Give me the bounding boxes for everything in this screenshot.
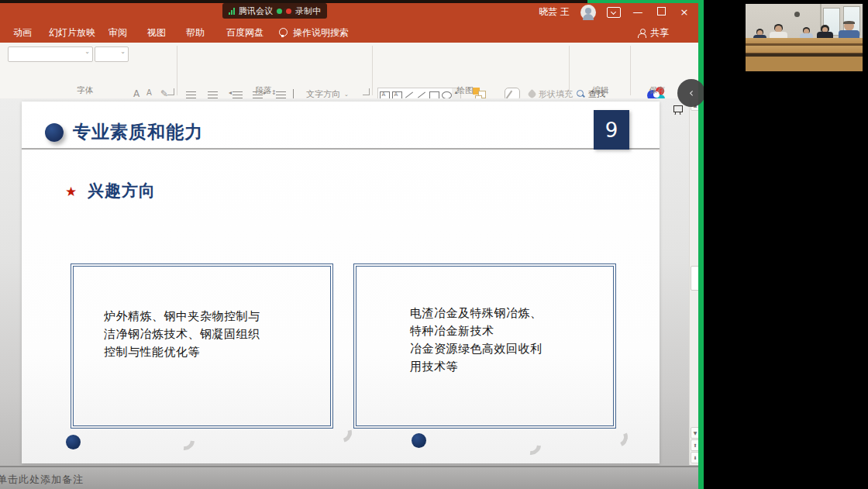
tab-review[interactable]: 审阅 [108,26,127,40]
bullets-button[interactable] [186,91,196,98]
editing-area: 专业素质和能力 9 ★ 兴趣方向 炉外精炼、钢中夹杂物控制与 洁净钢冶炼技术、钢… [0,98,698,489]
tab-help[interactable]: 帮助 [186,26,205,40]
person-icon [638,29,646,37]
paragraph-group-label: 段落 [225,85,302,96]
ribbon-display-options-icon[interactable] [607,7,621,18]
content-box-left-text[interactable]: 炉外精炼、钢中夹杂物控制与 洁净钢冶炼技术、钢凝固组织 控制与性能优化等 [104,308,260,361]
lightbulb-icon [279,28,288,36]
notes-pane[interactable]: 单击此处添加备注 [0,466,698,489]
ribbon: A A ✎ B I U S abc AV Aa ✏ A 字体 ◂ ▸ ↕ 文字方… [0,43,698,99]
share-border-right [698,0,704,489]
ribbon-tab-bar: 动画 幻灯片放映 审阅 视图 帮助 百度网盘 操作说明搜索 共享 [0,21,698,43]
notes-placeholder[interactable]: 单击此处添加备注 [0,473,84,487]
desk-row [746,38,863,44]
meeting-video-panel [704,0,868,489]
front-desk [746,53,863,71]
title-bullet-dot [45,123,64,142]
decorative-crescent [517,431,546,460]
slide-subtitle[interactable]: 兴趣方向 [88,180,156,201]
audio-status-icon [277,9,282,14]
font-name-combo[interactable] [8,46,93,62]
network-signal-icon [229,8,235,15]
star-bullet-icon: ★ [65,184,77,199]
page-number-badge[interactable]: 9 [594,110,629,150]
grow-font-button[interactable]: A [133,88,140,99]
save-group-label: 保存 [634,85,680,96]
share-border-top [587,0,704,3]
numbering-button[interactable] [208,91,218,98]
title-bar: PowerPoint 腾讯会议 录制中 晓芸 王 — × [0,3,698,21]
share-button[interactable]: 共享 [638,26,669,40]
tab-animations[interactable]: 动画 [13,26,32,40]
decorative-crescent [170,426,199,455]
editing-group-label: 编辑 [570,85,632,96]
meeting-status-pill: 腾讯会议 录制中 [222,3,327,19]
slide-canvas[interactable]: 专业素质和能力 9 ★ 兴趣方向 炉外精炼、钢中夹杂物控制与 洁净钢冶炼技术、钢… [22,102,660,463]
font-dialog-launcher[interactable] [167,88,174,95]
maximize-icon [657,7,666,15]
maximize-button[interactable] [655,3,667,21]
font-size-combo[interactable] [95,46,129,62]
decorative-dot-right [412,433,426,448]
drawing-group-label: 绘图 [434,85,496,96]
title-divider-line [22,148,660,150]
meeting-panel-collapse-button[interactable]: ‹ [677,79,704,107]
tell-me-search[interactable]: 操作说明搜索 [293,26,349,40]
tab-baidu-netdisk[interactable]: 百度网盘 [226,26,264,40]
shape-fill-icon [527,89,537,99]
content-box-right-text[interactable]: 电渣冶金及特殊钢冶炼、 特种冶金新技术 冶金资源绿色高效回收利 用技术等 [410,305,542,376]
slide-title[interactable]: 专业素质和能力 [73,120,203,144]
content-box-right[interactable]: 电渣冶金及特殊钢冶炼、 特种冶金新技术 冶金资源绿色高效回收利 用技术等 [353,263,616,429]
font-group-label: 字体 [46,85,124,96]
close-button[interactable]: × [678,3,691,21]
shared-screen-region: PowerPoint 腾讯会议 录制中 晓芸 王 — × 动画 幻灯片放映 审阅… [0,0,704,489]
recording-label: 录制中 [295,5,321,17]
tab-slideshow[interactable]: 幻灯片放映 [49,26,95,40]
user-name: 晓芸 王 [539,5,570,19]
decorative-dot-left [66,435,81,449]
projector-icon [673,105,683,112]
tab-view[interactable]: 视图 [147,26,166,40]
meeting-video-feed [746,4,863,71]
paragraph-dialog-launcher[interactable] [363,88,370,95]
desk-row [746,46,863,53]
minimize-button[interactable]: — [632,3,644,21]
meeting-app-name: 腾讯会议 [239,5,273,17]
shrink-font-button[interactable]: A [146,88,152,97]
recording-dot-icon [286,9,291,14]
avatar[interactable] [580,5,596,20]
content-box-left[interactable]: 炉外精炼、钢中夹杂物控制与 洁净钢冶炼技术、钢凝固组织 控制与性能优化等 [71,263,333,429]
wall-clock [794,12,800,17]
